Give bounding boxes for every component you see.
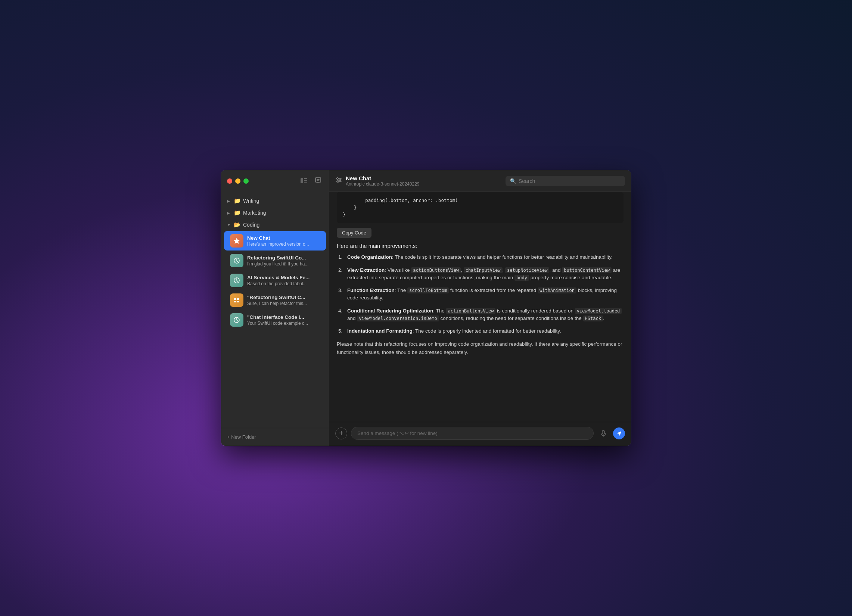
chat-preview: Here's an improved version o... (247, 242, 320, 247)
chat-text: Refactoring SwiftUI Co... I'm glad you l… (247, 255, 320, 267)
chevron-right-icon: ▶ (227, 199, 231, 203)
folder-open-icon: 📂 (234, 221, 241, 228)
message-input[interactable] (351, 427, 594, 440)
svg-point-16 (337, 181, 338, 182)
sidebar-item-label: Marketing (243, 210, 266, 216)
chat-text: AI Services & Models Fe... Based on the … (247, 275, 320, 286)
chat-body: padding(.bottom, anchor: .bottom) } } Co… (329, 192, 631, 422)
chat-item-chat-interface[interactable]: "Chat Interface Code I... Your SwiftUI c… (224, 310, 326, 330)
chat-item-refactoring-c[interactable]: "Refactoring SwiftUI C... Sure, I can he… (224, 290, 326, 310)
svg-rect-9 (237, 301, 239, 302)
list-item: 1. Code Organization: The code is split … (338, 254, 624, 261)
sidebar-item-label: Writing (243, 198, 259, 204)
chevron-down-icon: ▼ (227, 223, 231, 227)
close-button[interactable] (227, 178, 232, 184)
chat-icon-anthropic (230, 234, 243, 248)
app-window: ▶ 📁 Writing ▶ 📁 Marketing ▼ 📂 Coding (221, 170, 631, 446)
search-box[interactable]: 🔍 (506, 176, 625, 186)
titlebar-left: New Chat Anthropic claude-3-sonnet-20240… (335, 175, 419, 187)
sidebar-titlebar (221, 170, 329, 192)
sidebar-item-writing[interactable]: ▶ 📁 Writing (221, 195, 329, 207)
chat-icon-openai (230, 313, 243, 327)
add-attachment-button[interactable]: + (335, 427, 347, 439)
folder-icon: 📁 (234, 210, 241, 216)
list-item: 4. Conditional Rendering Optimization: T… (338, 307, 624, 323)
chat-name: New Chat (247, 235, 320, 241)
svg-rect-7 (237, 298, 239, 300)
send-message-button[interactable] (613, 427, 625, 439)
chat-preview: Your SwiftUI code example c... (247, 321, 320, 326)
sidebar-item-marketing[interactable]: ▶ 📁 Marketing (221, 207, 329, 219)
main-titlebar: New Chat Anthropic claude-3-sonnet-20240… (329, 170, 631, 192)
chat-icon-openai (230, 274, 243, 287)
chat-title-block: New Chat Anthropic claude-3-sonnet-20240… (346, 175, 419, 187)
list-item: 5. Indentation and Formatting: The code … (338, 328, 624, 335)
chat-main-title: New Chat (346, 175, 419, 181)
new-folder-button[interactable]: + New Folder (227, 433, 256, 441)
chat-text: "Refactoring SwiftUI C... Sure, I can he… (247, 294, 320, 306)
svg-rect-8 (234, 301, 236, 302)
note-text: Please note that this refactoring focuse… (337, 340, 624, 356)
traffic-lights (227, 178, 249, 184)
folder-icon: 📁 (234, 198, 241, 204)
main-content: New Chat Anthropic claude-3-sonnet-20240… (329, 170, 631, 446)
sidebar-toggle-button[interactable] (299, 177, 309, 186)
chat-icon-mixtral (230, 293, 243, 307)
code-content: padding(.bottom, anchor: .bottom) } } (343, 197, 618, 218)
code-block: padding(.bottom, anchor: .bottom) } } (337, 192, 624, 223)
sidebar-icons (299, 176, 323, 186)
improvements-list: 1. Code Organization: The code is split … (338, 254, 624, 335)
voice-input-button[interactable] (597, 427, 609, 439)
chat-name: "Refactoring SwiftUI C... (247, 294, 320, 300)
svg-point-14 (337, 178, 338, 179)
sidebar: ▶ 📁 Writing ▶ 📁 Marketing ▼ 📂 Coding (221, 170, 329, 446)
svg-rect-0 (301, 178, 303, 183)
chat-preview: Sure, I can help refactor this... (247, 301, 320, 306)
chat-item-new-chat[interactable]: New Chat Here's an improved version o... (224, 231, 326, 251)
chat-preview: Based on the provided tabul... (247, 281, 320, 286)
chat-preview: I'm glad you liked it! If you ha... (247, 261, 320, 267)
minimize-button[interactable] (235, 178, 240, 184)
new-chat-icon-button[interactable] (313, 176, 323, 186)
sidebar-item-label: Coding (243, 222, 260, 228)
svg-rect-3 (304, 182, 307, 183)
svg-rect-6 (234, 298, 236, 300)
chat-main-subtitle: Anthropic claude-3-sonnet-20240229 (346, 181, 419, 187)
chat-text: New Chat Here's an improved version o... (247, 235, 320, 247)
svg-rect-17 (602, 430, 604, 434)
section-intro: Here are the main improvements: (337, 243, 624, 249)
chat-name: "Chat Interface Code I... (247, 314, 320, 320)
search-input[interactable] (518, 178, 621, 184)
chevron-right-icon: ▶ (227, 211, 231, 215)
list-item: 2. View Extraction: Views like actionBut… (338, 267, 624, 282)
svg-point-15 (339, 179, 340, 181)
sidebar-footer: + New Folder (221, 428, 329, 446)
copy-code-button[interactable]: Copy Code (337, 228, 372, 238)
sidebar-item-coding[interactable]: ▼ 📂 Coding (221, 219, 329, 231)
new-folder-label: + New Folder (227, 434, 256, 440)
svg-rect-1 (304, 178, 307, 179)
chat-item-refactoring-swiftui[interactable]: Refactoring SwiftUI Co... I'm glad you l… (224, 251, 326, 270)
chat-text: "Chat Interface Code I... Your SwiftUI c… (247, 314, 320, 326)
settings-icon[interactable] (335, 177, 342, 185)
chat-item-ai-services[interactable]: AI Services & Models Fe... Based on the … (224, 271, 326, 290)
chat-name: Refactoring SwiftUI Co... (247, 255, 320, 261)
chat-name: AI Services & Models Fe... (247, 275, 320, 280)
list-item: 3. Function Extraction: The scrollToBott… (338, 287, 624, 302)
chat-icon-openai (230, 254, 243, 267)
sidebar-content: ▶ 📁 Writing ▶ 📁 Marketing ▼ 📂 Coding (221, 192, 329, 428)
input-area: + (329, 422, 631, 446)
maximize-button[interactable] (243, 178, 249, 184)
copy-code-label: Copy Code (342, 230, 366, 236)
svg-rect-2 (304, 180, 307, 181)
search-icon: 🔍 (510, 178, 517, 184)
